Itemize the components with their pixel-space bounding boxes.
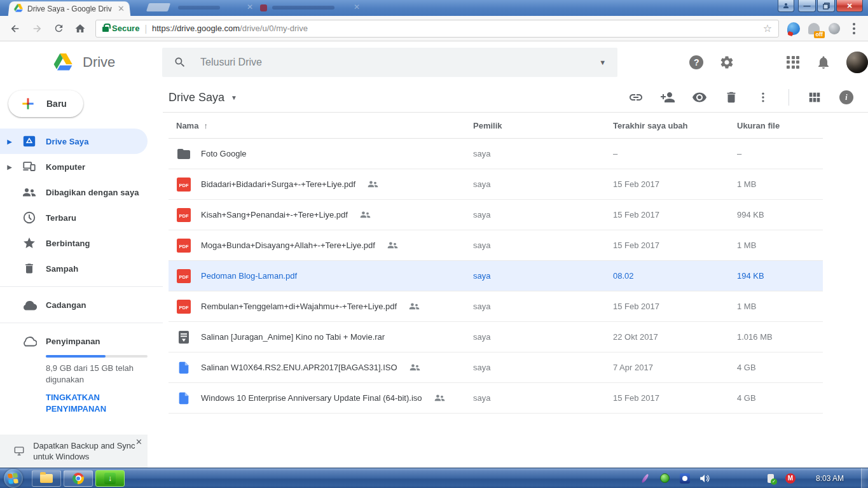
file-row[interactable]: PDFMoga+Bunda+Disayang+Allah+-+Tere+Liye… [169,230,823,261]
sidebar-item-berbintang[interactable]: ▶Berbintang [0,230,163,256]
browser-titlebar: Drive Saya - Google Driv ✕ ✕ ✕ — ✕ [0,0,868,16]
upgrade-storage-link[interactable]: TINGKATKAN PENYIMPANAN [46,392,141,415]
sidebar-item-drive-saya[interactable]: ▶Drive Saya [0,129,148,154]
expand-arrow-icon[interactable]: ▶ [6,164,13,171]
taskbar-clock[interactable]: 8:03 AM [816,474,844,483]
share-button[interactable] [660,90,675,105]
new-button[interactable]: Baru [8,90,83,117]
sidebar-item-komputer[interactable]: ▶Komputer [0,154,163,179]
background-window-text [272,6,334,10]
generic-file-icon [176,360,191,375]
browser-tab[interactable]: Drive Saya - Google Driv ✕ [8,1,131,16]
sidebar-item-cadangan[interactable]: ▶Cadangan [0,292,163,317]
drive-brand[interactable]: Drive [0,53,162,71]
file-row[interactable]: PDFRembulan+Tenggelam+di+Wajahmu+-+Tere+… [169,291,823,322]
taskbar-idm-button[interactable]: ↓ [95,470,125,487]
page-title[interactable]: Drive Saya ▼ [169,91,237,104]
home-button[interactable] [71,20,89,38]
mega-icon[interactable]: M [785,473,796,484]
safely-remove-hardware-icon[interactable] [765,473,776,484]
tray-idm-icon[interactable] [659,473,671,484]
extension-off-badge: off [814,31,825,38]
more-options-button[interactable] [755,90,771,105]
background-window-close-icon: ✕ [247,3,253,11]
column-header-pemilik[interactable]: Pemilik [473,121,613,130]
secure-badge[interactable]: Secure [102,24,139,33]
tray-pen-icon[interactable] [640,473,651,484]
file-row[interactable]: Salinan W10X64.RS2.ENU.APR2017[BAGAS31].… [169,352,823,383]
volume-icon[interactable] [699,473,710,484]
notifications-button[interactable] [816,55,831,70]
preview-button[interactable] [692,90,707,105]
help-button[interactable]: ? [689,55,704,70]
file-owner: saya [473,363,613,372]
forward-button[interactable] [28,20,46,38]
file-owner: saya [473,241,613,250]
account-avatar[interactable] [846,52,868,73]
tab-close-icon[interactable]: ✕ [118,4,125,13]
settings-button[interactable] [719,55,734,70]
info-button[interactable]: i [839,90,854,105]
file-modified: 22 Okt 2017 [613,332,737,342]
sidebar-item-sampah[interactable]: ▶Sampah [0,256,163,281]
file-name: Moga+Bunda+Disayang+Allah+-+Tere+Liye.pd… [201,241,375,250]
sidebar-item-penyimpanan[interactable]: ▶Penyimpanan [0,328,163,354]
file-row[interactable]: Salinan [Juragan_Anime] Kino no Tabi + M… [169,322,823,352]
star-icon [22,235,37,251]
reload-button[interactable] [50,20,67,38]
svg-text:PDF: PDF [179,213,189,218]
taskbar-chrome-button[interactable] [64,470,93,487]
sidebar-item-dibagikan-dengan-saya[interactable]: ▶Dibagikan dengan saya [0,179,163,205]
file-modified: 15 Feb 2017 [613,210,737,220]
file-row[interactable]: Foto Googlesaya–– [169,139,823,169]
toolbar-divider [789,89,789,106]
maximize-button[interactable] [817,0,835,12]
clock-icon [22,210,37,225]
get-link-button[interactable] [628,90,644,105]
show-desktop-button[interactable] [861,468,868,488]
search-bar[interactable]: ▼ [162,48,617,77]
apps-grid-button[interactable] [785,55,801,70]
promo-close-icon[interactable]: ✕ [135,437,142,447]
column-header-nama[interactable]: Nama ↑ [169,121,473,130]
page-title-text: Drive Saya [169,91,224,104]
search-input[interactable] [200,57,585,68]
search-options-caret-icon[interactable]: ▼ [599,59,606,66]
idm-extension-icon[interactable] [785,20,802,37]
sidebar-item-label: Komputer [46,162,85,172]
shared-icon [410,364,420,371]
sidebar-item-label: Drive Saya [46,137,89,146]
trash-icon [22,261,37,276]
close-button[interactable]: ✕ [836,0,863,12]
file-row[interactable]: Windows 10 Enterprise Anniversary Update… [169,383,823,414]
file-name: Pedoman Blog-Laman.pdf [201,271,297,281]
browser-profile-button[interactable] [778,0,794,12]
backup-sync-promo[interactable]: Dapatkan Backup and Sync untuk Windows ✕ [0,435,148,468]
column-header-terakhir[interactable]: Terakhir saya ubah [613,121,737,130]
folder-file-icon [176,146,191,162]
file-row[interactable]: PDFBidadari+Bidadari+Surga+-+Tere+Liye.p… [169,169,823,200]
background-window-text [178,6,220,10]
address-bar[interactable]: Secure | https://drive.google.com/drive/… [95,20,779,38]
expand-arrow-icon[interactable]: ▶ [6,138,13,145]
selection-toolbar: i [628,89,868,106]
extension-icon[interactable] [826,20,843,37]
column-header-ukuran[interactable]: Ukuran file [737,121,823,130]
browser-menu-button[interactable] [846,20,862,37]
file-row[interactable]: PDFPedoman Blog-Laman.pdfsaya08.02194 KB [169,261,823,291]
minimize-button[interactable]: — [798,0,816,12]
tray-remote-icon[interactable] [679,473,691,484]
grid-view-button[interactable] [807,90,822,105]
tab-title: Drive Saya - Google Driv [27,4,113,13]
delete-button[interactable] [724,90,739,105]
bookmark-star-icon[interactable]: ☆ [763,22,772,34]
back-button[interactable] [6,20,24,38]
background-window-favicon [260,4,267,11]
file-row[interactable]: PDFKisah+Sang+Penandai+-+Tere+Liye.pdfsa… [169,200,823,230]
sidebar-item-terbaru[interactable]: ▶Terbaru [0,205,163,230]
start-button[interactable] [4,469,23,488]
sidebar: Baru ▶Drive Saya▶Komputer▶Dibagikan deng… [0,83,163,468]
cloud-filled-icon [22,297,37,312]
taskbar-explorer-button[interactable] [32,470,61,487]
proxy-extension-icon[interactable]: off [806,20,822,37]
